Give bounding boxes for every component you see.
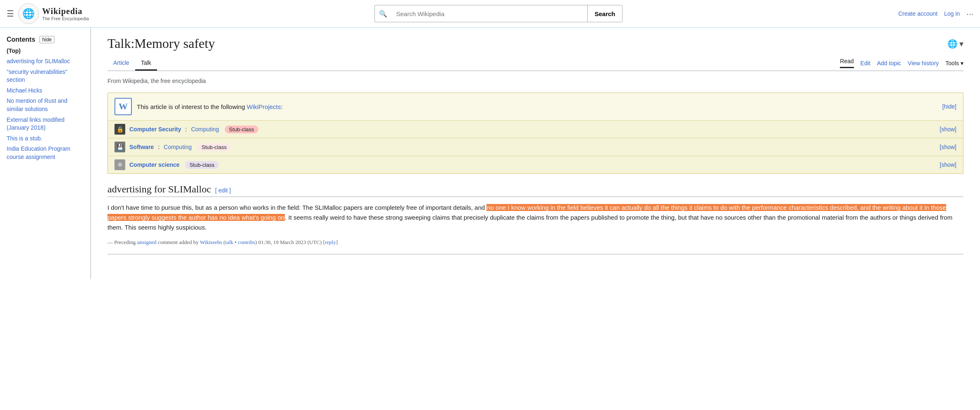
translate-button[interactable]: 🌐 ▾ [947, 39, 963, 49]
software-link[interactable]: Software [129, 144, 154, 150]
page-title: Talk:Memory safety [107, 36, 215, 51]
sig-prefix: — Preceding [107, 239, 136, 245]
sidebar: Contents hide (Top) advertising for SLIM… [0, 28, 91, 279]
sig-bullet: • [235, 239, 237, 245]
wikiproject-row-software: 💾 Software: Computing Stub-class [show] [108, 138, 963, 156]
header-left: ☰ 🌐 Wikipedia The Free Encyclopedia [7, 3, 131, 24]
search-button[interactable]: Search [587, 5, 622, 22]
hide-contents-button[interactable]: hide [39, 36, 55, 43]
main-layout: Contents hide (Top) advertising for SLIM… [0, 28, 980, 279]
site-subtitle: The Free Encyclopedia [42, 16, 89, 21]
row1-sep: : [158, 144, 160, 150]
wikipedia-logo: 🌐 [18, 3, 39, 24]
header: ☰ 🌐 Wikipedia The Free Encyclopedia 🔍 Se… [0, 0, 980, 28]
more-options-icon[interactable]: ··· [966, 9, 973, 19]
hamburger-menu-icon[interactable]: ☰ [7, 9, 14, 19]
software-sub-link[interactable]: Computing [164, 144, 192, 150]
sidebar-item-india-education[interactable]: India Education Program course assignmen… [7, 145, 84, 161]
search-input[interactable] [391, 10, 588, 17]
software-badge: Stub-class [198, 143, 231, 151]
search-area: 🔍 Search [131, 5, 866, 22]
log-in-link[interactable]: Log in [944, 10, 960, 17]
sidebar-item-stub[interactable]: This is a stub. [7, 135, 84, 143]
sidebar-item-no-mention-rust[interactable]: No mention of Rust and similar solutions [7, 97, 84, 113]
search-icon: 🔍 [375, 10, 391, 18]
translate-icon: 🌐 [947, 39, 958, 49]
tools-dropdown-button[interactable]: Tools ▾ [945, 60, 963, 66]
wikiproject-box: W This article is of interest to the fol… [107, 92, 963, 174]
wikiproject-header-text: This article is of interest to the follo… [137, 103, 937, 110]
sig-reply-close: ] [336, 239, 338, 245]
row0-sep: : [185, 126, 187, 133]
computer-science-link[interactable]: Computer science [129, 161, 179, 168]
sidebar-item-external-links[interactable]: External links modified (January 2018) [7, 116, 84, 132]
page-title-area: Talk:Memory safety 🌐 ▾ [107, 36, 963, 51]
computer-science-badge: Stub-class [185, 161, 219, 169]
computer-security-show-button[interactable]: [show] [940, 126, 956, 133]
wp-header-pre: This article is of interest to the follo… [137, 103, 245, 110]
contents-header: Contents hide [7, 36, 84, 43]
software-icon: 💾 [114, 142, 125, 152]
contents-title: Contents [7, 36, 35, 43]
body-pre: I don't have time to pursue this, but as… [107, 204, 486, 211]
wikiproject-row-security: 🔒 Computer Security: Computing Stub-clas… [108, 120, 963, 138]
section-divider [107, 254, 963, 254]
sig-line: — Preceding unsigned comment added by Wi… [107, 239, 963, 246]
tab-group-right: Read Edit Add topic View history Tools ▾ [840, 58, 963, 71]
sidebar-item-advertising[interactable]: advertising for SLIMalloc [7, 57, 84, 66]
section-heading-advertising: advertising for SLIMalloc [ edit ] [107, 184, 963, 197]
site-title: Wikipedia [42, 7, 89, 16]
computer-security-icon: 🔒 [114, 124, 125, 135]
sidebar-item-security[interactable]: "security vulnerabilities" section [7, 68, 84, 84]
computer-science-show-button[interactable]: [show] [940, 161, 956, 168]
sidebar-item-michael-hicks[interactable]: Michael Hicks [7, 87, 84, 95]
from-line: From Wikipedia, the free encyclopedia [107, 78, 963, 84]
sig-contribs-link[interactable]: contribs [238, 239, 255, 245]
computer-security-link[interactable]: Computer Security [129, 126, 181, 133]
create-account-link[interactable]: Create account [898, 10, 937, 17]
search-bar: 🔍 Search [374, 5, 622, 22]
tools-label: Tools [945, 60, 959, 66]
sig-talk-link[interactable]: talk [225, 239, 234, 245]
sig-user-link[interactable]: Wikiseebs [200, 239, 222, 245]
software-show-button[interactable]: [show] [940, 144, 956, 150]
logo-text: Wikipedia The Free Encyclopedia [42, 7, 89, 21]
wikiproject-row-cs: ⚙ Computer science Stub-class [show] [108, 156, 963, 173]
tab-edit[interactable]: Edit [861, 60, 870, 66]
computer-security-badge: Stub-class [225, 126, 258, 133]
sig-time: 01:30, 19 March 2023 (UTC) [258, 239, 322, 245]
toc-top: (Top) [7, 47, 84, 54]
wikiprojects-link[interactable]: WikiProjects [247, 103, 281, 110]
discussion-body-advertising: I don't have time to pursue this, but as… [107, 203, 963, 232]
sig-paren-close: ) [255, 239, 257, 245]
computer-science-icon: ⚙ [114, 159, 125, 170]
tabs-bar: Article Talk Read Edit Add topic View hi… [107, 56, 963, 71]
sig-unsigned-link[interactable]: unsigned [137, 239, 156, 245]
computer-security-sub-link[interactable]: Computing [191, 126, 219, 133]
content: Talk:Memory safety 🌐 ▾ Article Talk Read… [91, 28, 980, 279]
logo-area: 🌐 Wikipedia The Free Encyclopedia [18, 3, 89, 24]
tab-view-history[interactable]: View history [908, 60, 939, 66]
wikiproject-header: W This article is of interest to the fol… [108, 93, 963, 120]
wikiproject-logo: W [114, 98, 132, 115]
tab-read[interactable]: Read [840, 58, 854, 68]
section-edit-link[interactable]: [ edit ] [215, 187, 231, 194]
tab-add-topic[interactable]: Add topic [877, 60, 901, 66]
header-right: Create account Log in ··· [866, 9, 973, 19]
tab-talk[interactable]: Talk [135, 56, 157, 71]
sig-reply-link[interactable]: reply [325, 239, 336, 245]
wp-header-suffix: : [281, 103, 282, 110]
tab-group-left: Article Talk [107, 56, 840, 71]
tools-chevron-icon: ▾ [961, 60, 963, 66]
section-heading-text: advertising for SLIMalloc [107, 184, 211, 195]
tab-article[interactable]: Article [107, 56, 135, 71]
sig-mid: comment added by [158, 239, 199, 245]
translate-chevron: ▾ [959, 39, 963, 49]
section-advertising: advertising for SLIMalloc [ edit ] I don… [107, 184, 963, 246]
wikiproject-hide-button[interactable]: [hide] [942, 103, 956, 110]
